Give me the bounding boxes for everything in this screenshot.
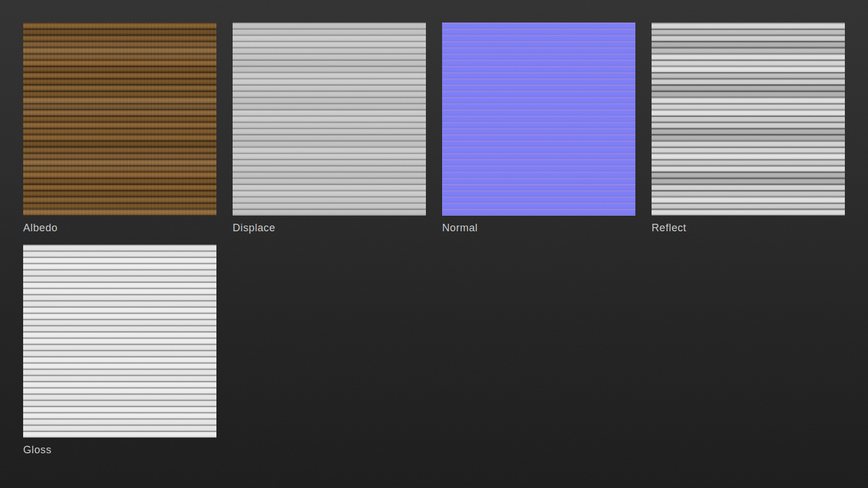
texture-label-displace: Displace bbox=[233, 216, 426, 245]
texture-label-reflect: Reflect bbox=[652, 216, 845, 245]
texture-thumbnail-reflect[interactable] bbox=[652, 23, 845, 216]
texture-card-reflect: Reflect bbox=[652, 23, 845, 245]
texture-label-albedo: Albedo bbox=[23, 216, 216, 245]
texture-thumbnail-gloss[interactable] bbox=[23, 245, 216, 438]
texture-label-normal: Normal bbox=[442, 216, 635, 245]
texture-card-albedo: Albedo bbox=[23, 23, 216, 245]
texture-thumbnail-albedo[interactable] bbox=[23, 23, 216, 216]
texture-card-displace: Displace bbox=[233, 23, 426, 245]
texture-thumbnail-displace[interactable] bbox=[233, 23, 426, 216]
texture-map-grid: Albedo Displace Normal Reflect Gloss bbox=[0, 0, 868, 467]
texture-card-normal: Normal bbox=[442, 23, 635, 245]
texture-thumbnail-normal[interactable] bbox=[442, 23, 635, 216]
texture-card-gloss: Gloss bbox=[23, 245, 216, 467]
texture-label-gloss: Gloss bbox=[23, 438, 216, 467]
